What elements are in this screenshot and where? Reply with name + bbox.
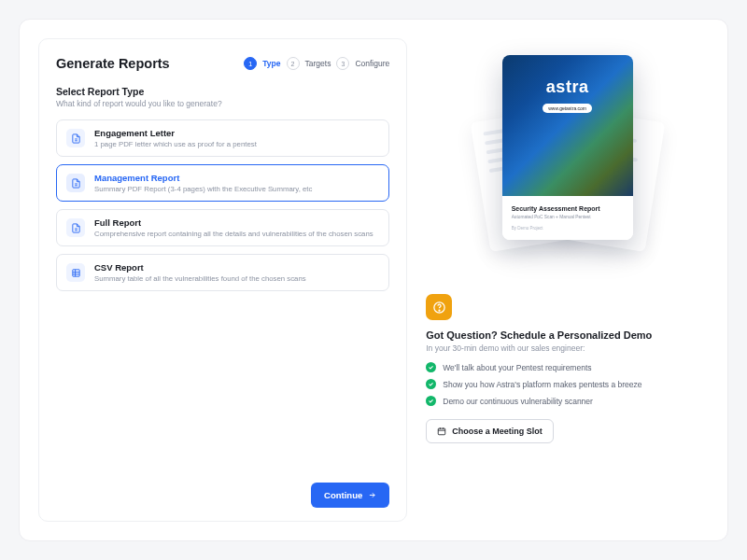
demo-benefits: We'll talk about your Pentest requiremen… xyxy=(426,362,709,406)
step-3-label: Configure xyxy=(355,59,389,68)
cover-heading: Security Assessment Report xyxy=(512,205,624,212)
list-item: Show you how Astra's platform makes pent… xyxy=(426,379,709,389)
option-engagement-letter[interactable]: Engagement Letter 1 page PDF letter whic… xyxy=(56,119,389,157)
option-desc: Summary table of all the vulnerabilities… xyxy=(94,274,306,283)
option-desc: Summary PDF Report (3-4 pages) with the … xyxy=(94,185,312,193)
calendar-icon xyxy=(437,427,446,436)
step-3-dot[interactable]: 3 xyxy=(336,57,349,70)
preview-stack: astra www.getastra.com Security Assessme… xyxy=(474,48,661,262)
spreadsheet-icon xyxy=(66,263,85,282)
continue-button[interactable]: Continue xyxy=(311,483,389,508)
svg-point-12 xyxy=(439,310,440,311)
choose-meeting-button[interactable]: Choose a Meeting Slot xyxy=(426,419,554,443)
report-preview: astra www.getastra.com Security Assessme… xyxy=(426,38,709,279)
wizard-footer: Continue xyxy=(56,483,389,508)
check-icon xyxy=(426,379,436,389)
astra-logo: astra xyxy=(546,77,589,97)
cover-url-pill: www.getastra.com xyxy=(543,104,592,113)
document-icon xyxy=(66,218,85,237)
cover-sub: Automated PoC Scan + Manual Pentest xyxy=(512,215,624,219)
benefit-text: Demo our continuous vulnerability scanne… xyxy=(443,397,593,406)
meeting-button-label: Choose a Meeting Slot xyxy=(452,427,543,436)
svg-rect-6 xyxy=(72,269,78,275)
section-title: Select Report Type xyxy=(56,86,389,97)
option-desc: Comprehensive report containing all the … xyxy=(94,230,374,238)
option-csv-report[interactable]: CSV Report Summary table of all the vuln… xyxy=(56,254,389,291)
option-title: Management Report xyxy=(94,173,312,183)
benefit-text: We'll talk about your Pentest requiremen… xyxy=(443,363,591,372)
cover-footer: Security Assessment Report Automated PoC… xyxy=(502,196,633,240)
document-icon xyxy=(66,129,85,147)
option-desc: 1 page PDF letter which use as proof for… xyxy=(94,140,257,148)
wizard-steps: 1 Type 2 Targets 3 Configure xyxy=(244,57,389,70)
demo-title: Got Question? Schedule a Personalized De… xyxy=(426,329,709,341)
option-title: Engagement Letter xyxy=(94,128,257,138)
report-cover: astra www.getastra.com Security Assessme… xyxy=(502,55,633,240)
check-icon xyxy=(426,362,436,372)
step-1-label: Type xyxy=(262,59,280,68)
option-full-report[interactable]: Full Report Comprehensive report contain… xyxy=(56,209,389,246)
page-frame: Generate Reports 1 Type 2 Targets 3 Conf… xyxy=(19,19,728,541)
option-title: Full Report xyxy=(94,217,374,228)
demo-section: Got Question? Schedule a Personalized De… xyxy=(426,294,709,443)
report-type-options: Engagement Letter 1 page PDF letter whic… xyxy=(56,119,389,291)
step-1-dot[interactable]: 1 xyxy=(244,57,257,70)
report-wizard-card: Generate Reports 1 Type 2 Targets 3 Conf… xyxy=(38,38,407,522)
list-item: Demo our continuous vulnerability scanne… xyxy=(426,396,709,406)
right-panel: astra www.getastra.com Security Assessme… xyxy=(426,38,709,522)
arrow-right-icon xyxy=(368,491,376,499)
page-title: Generate Reports xyxy=(56,56,170,71)
benefit-text: Show you how Astra's platform makes pent… xyxy=(443,380,641,389)
help-icon xyxy=(426,294,452,320)
wizard-header: Generate Reports 1 Type 2 Targets 3 Conf… xyxy=(56,56,389,71)
cover-hero: astra www.getastra.com xyxy=(502,55,633,196)
section-subtitle: What kind of report would you like to ge… xyxy=(56,99,389,108)
continue-label: Continue xyxy=(324,490,362,500)
check-icon xyxy=(426,396,436,406)
step-2-dot[interactable]: 2 xyxy=(287,57,300,70)
option-title: CSV Report xyxy=(94,262,306,273)
document-icon xyxy=(66,174,85,192)
step-2-label: Targets xyxy=(305,59,331,68)
option-management-report[interactable]: Management Report Summary PDF Report (3-… xyxy=(56,164,389,202)
demo-sub: In your 30-min demo with our sales engin… xyxy=(426,343,709,353)
cover-author: By Demo Project xyxy=(512,226,624,231)
list-item: We'll talk about your Pentest requiremen… xyxy=(426,362,709,372)
svg-rect-13 xyxy=(439,428,446,435)
